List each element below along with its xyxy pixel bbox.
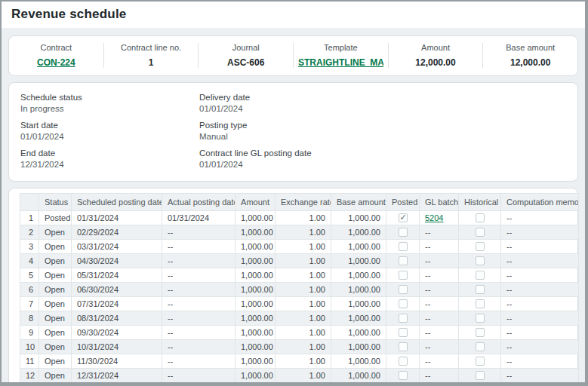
table-row: 7Open07/31/2024--1,000.001.001,000.00---… <box>20 297 579 311</box>
detail-field-value: Manual <box>199 132 566 141</box>
base-amount-cell: 1,000.00 <box>331 311 386 326</box>
exchange-rate-cell: 1.00 <box>276 326 331 340</box>
historical-checkbox[interactable] <box>476 357 485 366</box>
posted-checkbox[interactable] <box>399 256 408 265</box>
table-row: 9Open09/30/2024--1,000.001.001,000.00---… <box>20 326 579 340</box>
posted-checkbox[interactable] <box>399 357 408 366</box>
exchange-rate-cell: 1.00 <box>276 268 331 283</box>
table-row: 10Open10/31/2024--1,000.001.001,000.00--… <box>20 340 579 354</box>
historical-checkbox[interactable] <box>476 328 485 337</box>
historical-checkbox[interactable] <box>476 271 485 280</box>
historical-cell <box>459 297 501 311</box>
page-title: Revenue schedule <box>11 7 575 22</box>
detail-field-value: 01/01/2024 <box>199 160 566 169</box>
historical-cell <box>459 369 501 383</box>
scheduled-posting-date-cell: 07/31/2024 <box>72 297 162 311</box>
column-header-historical: Historical <box>459 194 501 211</box>
posted-checkbox[interactable] <box>399 228 408 237</box>
row-number-cell: 3 <box>20 240 39 254</box>
scheduled-posting-date-cell: 12/31/2024 <box>72 369 162 383</box>
posted-checkbox[interactable] <box>399 328 408 337</box>
posted-checkbox[interactable] <box>399 342 408 351</box>
computation-memo-cell: -- <box>501 268 579 283</box>
status-cell: Open <box>39 240 72 254</box>
gl-batch-cell: 5204 <box>420 211 459 225</box>
historical-checkbox[interactable] <box>476 371 485 380</box>
exchange-rate-cell: 1.00 <box>276 283 331 297</box>
gl-batch-value: -- <box>425 228 430 237</box>
posted-cell <box>386 311 420 326</box>
table-header-row: StatusScheduled posting dateActual posti… <box>20 194 579 211</box>
computation-memo-cell: -- <box>501 211 579 225</box>
scheduled-posting-date-cell: 05/31/2024 <box>72 268 162 283</box>
exchange-rate-cell: 1.00 <box>276 354 331 369</box>
status-cell: Open <box>39 268 72 283</box>
detail-field-value: 01/01/2024 <box>199 104 566 113</box>
amount-cell: 1,000.00 <box>236 211 276 225</box>
table-row: 6Open06/30/2024--1,000.001.001,000.00---… <box>20 283 579 297</box>
status-cell: Open <box>39 369 72 383</box>
base-amount-cell: 1,000.00 <box>331 326 386 340</box>
historical-checkbox[interactable] <box>476 256 485 265</box>
gl-batch-cell: -- <box>420 326 459 340</box>
summary-field-value: 1 <box>109 57 194 68</box>
posted-checkbox[interactable] <box>399 271 408 280</box>
column-header-computation-memo: Computation memo <box>501 194 579 211</box>
page-content: ContractCON-224Contract line no.1Journal… <box>2 28 585 382</box>
historical-checkbox[interactable] <box>476 242 485 251</box>
historical-checkbox[interactable] <box>476 228 485 237</box>
computation-memo-cell: -- <box>501 340 579 354</box>
computation-memo-cell: -- <box>501 354 579 369</box>
summary-field-label: Contract <box>14 43 99 52</box>
gl-batch-value: -- <box>425 285 430 294</box>
amount-cell: 1,000.00 <box>236 340 276 354</box>
posted-checkbox[interactable] <box>399 242 408 251</box>
gl-batch-cell: -- <box>420 254 459 268</box>
computation-memo-cell: -- <box>501 283 579 297</box>
amount-cell: 1,000.00 <box>236 354 276 369</box>
summary-card: ContractCON-224Contract line no.1Journal… <box>8 35 578 76</box>
table-row: 5Open05/31/2024--1,000.001.001,000.00---… <box>20 268 579 283</box>
base-amount-cell: 1,000.00 <box>331 354 386 369</box>
detail-field-label: Start date <box>20 121 199 130</box>
historical-checkbox[interactable] <box>476 342 485 351</box>
gl-batch-cell: -- <box>420 340 459 354</box>
posted-cell <box>386 211 420 225</box>
historical-checkbox[interactable] <box>476 314 485 323</box>
status-cell: Open <box>39 225 72 240</box>
amount-cell: 1,000.00 <box>236 369 276 383</box>
table-row: 3Open03/31/2024--1,000.001.001,000.00---… <box>20 240 579 254</box>
posted-checkbox[interactable] <box>399 371 408 380</box>
detail-field-label: Posting type <box>199 121 566 130</box>
posted-checkbox[interactable] <box>399 299 408 308</box>
status-cell: Open <box>39 254 72 268</box>
table-row: 8Open08/31/2024--1,000.001.001,000.00---… <box>20 311 579 326</box>
historical-checkbox[interactable] <box>476 213 485 222</box>
detail-field-label: Contract line GL posting date <box>199 149 566 158</box>
table-row: 11Open11/30/2024--1,000.001.001,000.00--… <box>20 354 579 369</box>
gl-batch-link[interactable]: 5204 <box>425 213 443 222</box>
posted-checkbox[interactable] <box>399 314 408 323</box>
summary-field-1: Contract line no.1 <box>103 43 199 68</box>
posted-checkbox[interactable] <box>399 213 408 222</box>
gl-batch-cell: -- <box>420 225 459 240</box>
historical-cell <box>459 311 501 326</box>
actual-posting-date-cell: -- <box>162 326 236 340</box>
exchange-rate-cell: 1.00 <box>276 340 331 354</box>
detail-field-value: In progress <box>20 104 199 113</box>
exchange-rate-cell: 1.00 <box>276 297 331 311</box>
revenue-schedule-window: Revenue schedule ContractCON-224Contract… <box>0 0 588 386</box>
historical-cell <box>459 268 501 283</box>
amount-cell: 1,000.00 <box>236 240 276 254</box>
historical-checkbox[interactable] <box>476 299 485 308</box>
scheduled-posting-date-cell: 03/31/2024 <box>72 240 162 254</box>
contract-link[interactable]: CON-224 <box>14 57 99 68</box>
posted-checkbox[interactable] <box>399 285 408 294</box>
base-amount-cell: 1,000.00 <box>331 240 386 254</box>
base-amount-cell: 1,000.00 <box>331 297 386 311</box>
row-number-cell: 4 <box>20 254 39 268</box>
historical-checkbox[interactable] <box>476 285 485 294</box>
column-header-row-number <box>20 194 39 211</box>
historical-cell <box>459 254 501 268</box>
template-link[interactable]: STRAIGHTLINE_MANUA <box>298 57 383 68</box>
